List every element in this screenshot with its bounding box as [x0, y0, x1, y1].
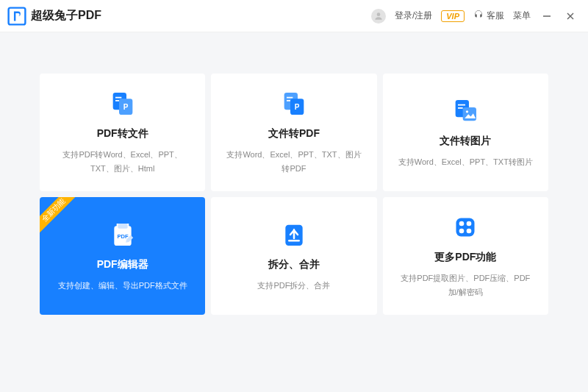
svg-point-28: [459, 229, 465, 234]
card-file-to-image[interactable]: 文件转图片 支持Word、Excel、PPT、TXT转图片: [383, 74, 548, 191]
card-title: PDF转文件: [97, 127, 148, 140]
card-file-to-pdf[interactable]: P 文件转PDF 支持Word、Excel、PPT、TXT、图片转PDF: [211, 74, 376, 191]
card-title: 拆分、合并: [268, 258, 320, 271]
svg-point-29: [467, 229, 472, 234]
svg-rect-18: [463, 107, 476, 121]
close-button[interactable]: [563, 9, 578, 24]
card-desc: 支持Word、Excel、PPT、TXT、图片转PDF: [224, 148, 363, 175]
file-to-image-icon: [451, 96, 480, 126]
minimize-button[interactable]: [539, 9, 554, 24]
card-desc: 支持PDF转Word、Excel、PPT、TXT、图片、Html: [53, 148, 192, 175]
card-desc: 支持PDF拆分、合并: [257, 279, 330, 293]
card-desc: 支持Word、Excel、PPT、TXT转图片: [398, 155, 533, 169]
vip-badge[interactable]: VIP: [441, 10, 465, 22]
app-logo-icon: [7, 7, 26, 26]
card-title: 文件转PDF: [268, 127, 320, 140]
split-merge-icon: [279, 220, 309, 249]
pdf-to-file-icon: P: [108, 89, 137, 118]
card-more-pdf[interactable]: 更多PDF功能 支持PDF提取图片、PDF压缩、PDF加/解密码: [383, 197, 548, 315]
logo: 超级兔子PDF: [7, 7, 101, 26]
svg-rect-25: [456, 218, 475, 237]
svg-point-26: [459, 221, 465, 227]
kefu-label: 客服: [487, 10, 504, 22]
login-link[interactable]: 登录/注册: [395, 10, 432, 22]
svg-rect-21: [118, 224, 127, 229]
svg-text:P: P: [123, 103, 128, 111]
card-title: 文件转图片: [440, 135, 491, 148]
card-pdf-to-file[interactable]: P PDF转文件 支持PDF转Word、Excel、PPT、TXT、图片、Htm…: [40, 74, 205, 191]
headset-icon: [473, 10, 484, 22]
pdf-editor-icon: PDF: [108, 220, 137, 249]
new-feature-ribbon: 全新功能: [40, 197, 81, 238]
app-window: 超级兔子PDF 登录/注册 VIP 客服 菜单: [0, 0, 588, 392]
card-grid: P PDF转文件 支持PDF转Word、Excel、PPT、TXT、图片、Htm…: [40, 74, 548, 315]
kefu-link[interactable]: 客服: [473, 10, 504, 22]
card-desc: 支持PDF提取图片、PDF压缩、PDF加/解密码: [396, 271, 535, 299]
more-features-icon: [451, 213, 480, 242]
titlebar: 超级兔子PDF 登录/注册 VIP 客服 菜单: [0, 0, 588, 32]
card-pdf-editor[interactable]: 全新功能 PDF PDF编辑器 支持创建、编辑、导出PDF格式文件: [40, 197, 205, 315]
svg-text:PDF: PDF: [117, 233, 128, 240]
svg-rect-0: [9, 7, 26, 24]
svg-point-1: [377, 13, 381, 16]
app-title: 超级兔子PDF: [31, 8, 101, 24]
svg-point-27: [467, 221, 472, 227]
card-title: 更多PDF功能: [434, 251, 496, 264]
svg-point-19: [466, 110, 468, 113]
card-title: PDF编辑器: [97, 258, 148, 271]
card-desc: 支持创建、编辑、导出PDF格式文件: [58, 279, 187, 293]
file-to-pdf-icon: P: [279, 89, 309, 118]
content-area: P PDF转文件 支持PDF转Word、Excel、PPT、TXT、图片、Htm…: [0, 32, 588, 392]
menu-link[interactable]: 菜单: [513, 10, 531, 22]
card-split-merge[interactable]: 拆分、合并 支持PDF拆分、合并: [211, 197, 376, 315]
svg-text:P: P: [295, 103, 300, 111]
titlebar-right: 登录/注册 VIP 客服 菜单: [371, 9, 578, 24]
avatar-icon[interactable]: [371, 9, 386, 24]
